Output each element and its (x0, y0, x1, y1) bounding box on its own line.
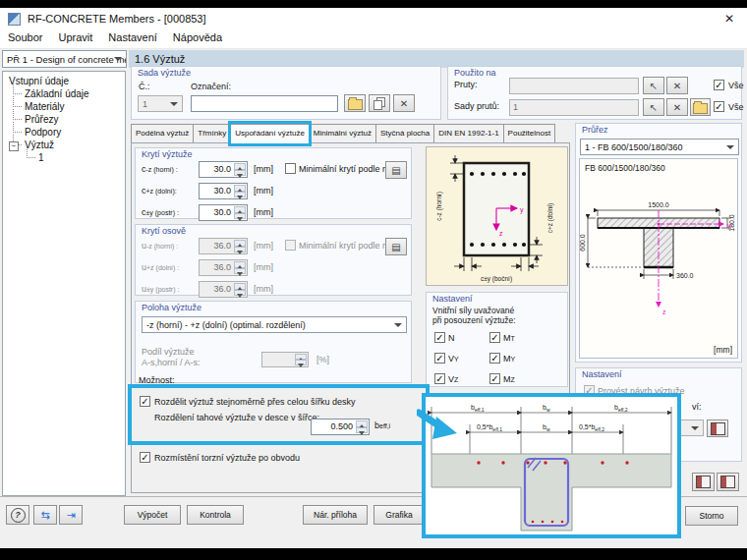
axial-min-cover-checkbox[interactable] (285, 240, 296, 251)
copy-set-button[interactable] (369, 94, 390, 112)
standard-library-button-1[interactable] (692, 473, 715, 491)
menu-napoveda[interactable]: Nápověda (165, 29, 230, 48)
standard-library-button-2[interactable] (717, 473, 739, 491)
delete-icon: ✕ (673, 102, 681, 113)
tab-stycna-plocha[interactable]: Styčná plocha (375, 124, 434, 144)
spinner[interactable] (234, 206, 246, 219)
tab-strip: Podélná výztuž Třmínky Uspořádání výztuž… (131, 124, 554, 143)
spinner (234, 240, 246, 252)
clear-sets-button[interactable]: ✕ (666, 98, 688, 116)
window-title: RF-CONCRETE Members - [000853] (28, 13, 206, 25)
collapse-icon[interactable]: − (9, 141, 19, 151)
min-cover-checkbox[interactable] (285, 163, 296, 174)
next-dialog-button[interactable]: ⇥ (59, 505, 83, 525)
cover-top-label: c-z (horní) : (142, 164, 178, 174)
svg-text:360.0: 360.0 (676, 272, 694, 279)
cross-section-panel: FB 600/1500/180/360 (579, 158, 738, 359)
spinner (234, 261, 246, 274)
group-title: Poloha výztuže (142, 303, 201, 312)
force-mt-checkbox[interactable] (489, 332, 500, 343)
pick-sets-button[interactable]: ↖ (643, 98, 664, 116)
menu-soubor[interactable]: Soubor (0, 29, 50, 48)
group-concrete-cover: Krytí výztuže c-z (horní) : 30.0 [mm] Mi… (135, 147, 412, 219)
sets-all-checkbox[interactable] (714, 101, 724, 112)
force-mz-label: MZ (503, 374, 515, 384)
delete-set-button[interactable]: ✕ (393, 94, 415, 112)
cover-side-input[interactable]: 30.0 (199, 204, 248, 221)
tab-din-en-1992-1-1[interactable]: DIN EN 1992-1-1 (433, 124, 503, 144)
norm-book-icon (711, 422, 725, 435)
cancel-button[interactable]: Storno (685, 506, 738, 526)
sidebar-item-vyztuz-1[interactable]: 1 (3, 151, 125, 164)
set-number-combo[interactable]: 1 (138, 95, 183, 112)
spinner[interactable] (234, 163, 246, 176)
tab-usporadani-vyztuze[interactable]: Uspořádání výztuže (230, 124, 310, 144)
svg-text:0,5*beff,1: 0,5*beff,1 (477, 423, 502, 432)
previous-dialog-button[interactable]: ⇆ (33, 505, 57, 525)
position-combo[interactable]: -z (horní) - +z (dolní) (optimal. rozděl… (142, 316, 407, 333)
force-vy-checkbox[interactable] (434, 353, 445, 364)
force-vz-checkbox[interactable] (434, 373, 445, 384)
copy-icon (374, 100, 382, 110)
width-input[interactable]: 0.500 (311, 419, 370, 435)
sidebar-item-vyztuz[interactable]: − Výztuž (3, 139, 125, 151)
menu-upravit[interactable]: Upravit (50, 29, 100, 48)
members-all-checkbox[interactable] (714, 80, 724, 90)
unit-label: [mm] (254, 186, 273, 196)
graphics-button[interactable]: Grafika (374, 505, 425, 525)
cover-bottom-input[interactable]: 30.0 (199, 183, 248, 199)
force-n-checkbox[interactable] (434, 332, 445, 343)
designation-input[interactable] (191, 95, 338, 112)
help-button[interactable]: ? (6, 505, 29, 525)
spinner[interactable] (234, 185, 246, 197)
ratio-unit-label: [%] (316, 355, 329, 364)
svg-text:y: y (520, 206, 524, 214)
unit-label: [mm] (254, 284, 273, 294)
group-title: Použito na (454, 68, 496, 78)
force-mz-checkbox[interactable] (489, 373, 500, 384)
drawing-unit-label: [mm] (714, 345, 732, 355)
cover-top-input[interactable]: 30.0 (199, 161, 248, 178)
cover-sketch: y z c-z (horní) c+z (dolní) c±y (boční) (427, 147, 567, 285)
case-selector[interactable]: PŘ 1 - Design of concrete memb (2, 50, 127, 68)
national-annex-button[interactable]: Nár. příloha (303, 505, 368, 525)
new-member-set-button[interactable] (690, 98, 711, 116)
tab-podelna-vyztuz[interactable]: Podélná výztuž (131, 124, 194, 144)
check-button[interactable]: Kontrola (187, 505, 244, 525)
torsion-checkbox[interactable] (140, 452, 150, 463)
cross-section-combo[interactable]: 1 - FB 600/1500/180/360 (580, 139, 739, 155)
tab-pouzitelnost[interactable]: Použitelnost (503, 124, 556, 144)
menu-nastaveni[interactable]: Nastavení (100, 29, 165, 48)
members-input[interactable] (509, 78, 639, 94)
new-set-button[interactable] (344, 94, 366, 112)
spinner[interactable] (356, 420, 368, 433)
prev-icon: ⇆ (40, 509, 49, 522)
partial-settings-label: ví: (692, 402, 702, 412)
clear-members-button[interactable]: ✕ (666, 77, 688, 94)
member-sets-input[interactable]: 1 (509, 99, 639, 116)
table-icon: ▤ (391, 165, 400, 176)
axial-settings-button[interactable]: ▤ (385, 238, 407, 255)
tab-minimalni-vyztuz[interactable]: Minimální výztuž (309, 124, 376, 144)
axial-bottom-input[interactable]: 36.0 (199, 259, 248, 276)
calculate-button[interactable]: Výpočet (124, 505, 181, 525)
pick-members-button[interactable]: ↖ (643, 77, 664, 94)
delete-icon: ✕ (400, 98, 408, 109)
sets-label: Sady prutů: (454, 101, 499, 111)
axial-top-input[interactable]: 36.0 (199, 238, 248, 254)
norm-settings-button[interactable] (707, 420, 728, 437)
force-my-checkbox[interactable] (489, 353, 500, 364)
close-icon[interactable]: ✕ (712, 8, 747, 29)
ratio-input[interactable] (261, 352, 309, 367)
distribute-checkbox[interactable] (140, 396, 150, 407)
next-icon: ⇥ (66, 509, 75, 522)
group-title: Krytí osově (142, 226, 186, 236)
option-label: Možnost: (139, 375, 175, 385)
cover-settings-button[interactable]: ▤ (385, 161, 407, 179)
axial-side-input[interactable]: 36.0 (199, 281, 248, 298)
tab-trminky[interactable]: Třmínky (193, 124, 231, 144)
group-applied-to: Použito na Pruty: ↖ ✕ Vše Sady prutů: 1 … (447, 66, 742, 120)
dialog-window: RF-CONCRETE Members - [000853] ✕ Soubor … (0, 8, 747, 548)
axial-top-label: u-z (horní) : (142, 241, 178, 251)
force-my-label: MY (503, 354, 515, 364)
